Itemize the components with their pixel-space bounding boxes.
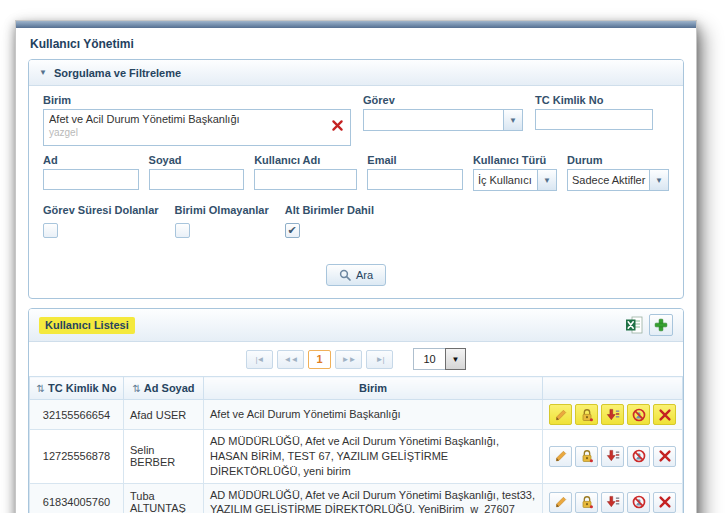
birimi-olmayan-checkbox[interactable]: ✔ [175,223,190,238]
assign-unit-icon [606,495,620,509]
delete-button[interactable] [653,492,676,513]
sort-icon[interactable]: ⇅ [132,383,140,394]
paginator-last-button[interactable]: ►| [366,350,393,369]
delete-button[interactable] [653,446,676,467]
birimi-olmayan-label: Birimi Olmayanlar [175,204,269,216]
assign-unit-icon [606,449,620,463]
soyad-label: Soyad [149,154,245,166]
kullanici-turu-dropdown[interactable]: İç Kullanıcı ▼ [473,169,557,191]
cell-actions [543,430,683,484]
roles-button[interactable] [575,404,598,425]
table-row[interactable]: 32155566654 Afad USER Afet ve Acil Durum… [30,400,683,430]
roles-button[interactable] [575,446,598,467]
gorev-label: Görev [363,94,523,106]
check-icon: ✔ [288,224,297,237]
cell-tc: 61834005760 [30,483,124,513]
cell-actions [543,400,683,430]
roles-lock-icon [580,495,594,509]
paginator-next-button[interactable]: ►► [335,350,362,369]
durum-value: Sadece Aktifler [568,170,649,190]
alt-birimler-checkbox[interactable]: ✔ [285,223,300,238]
roles-lock-icon [580,408,594,422]
search-button-label: Ara [356,269,373,281]
gorev-dropdown[interactable]: ▼ [363,109,523,131]
tc-kimlik-input[interactable] [535,109,653,130]
cell-tc: 12725556878 [30,430,124,484]
edit-button[interactable] [549,492,572,513]
ad-label: Ad [43,154,139,166]
cell-name: Selin BERBER [124,430,204,484]
roles-button[interactable] [575,492,598,513]
deactivate-block-icon [632,408,646,422]
column-header-name[interactable]: ⇅Ad Soyad [124,377,204,400]
page-title: Kullanıcı Yönetimi [16,28,696,59]
filter-panel-title: Sorgulama ve Filtreleme [54,67,181,79]
page-size-value: 10 [413,348,445,370]
excel-export-icon[interactable] [625,316,643,334]
plus-icon [654,318,668,332]
filter-panel-header[interactable]: ▼ Sorgulama ve Filtreleme [29,60,683,86]
search-button[interactable]: Ara [326,264,386,286]
user-table: ⇅TC Kimlik No ⇅Ad Soyad Birim 3215556665… [29,376,683,513]
durum-label: Durum [567,154,669,166]
cell-name: Tuba ALTUNTAŞ [124,483,204,513]
assign-unit-button[interactable] [601,492,624,513]
birimi-olmayan-checkbox-group: Birimi Olmayanlar ✔ [175,204,269,238]
paginator-page-1[interactable]: 1 [308,350,331,369]
kullanici-turu-value: İç Kullanıcı [474,170,537,190]
cell-birim: Afet ve Acil Durum Yönetimi Başkanlığı [204,400,543,430]
gorev-suresi-checkbox-group: Görev Süresi Dolanlar ✔ [43,204,159,238]
add-user-button[interactable] [649,314,673,336]
delete-x-icon [658,495,672,509]
gorev-suresi-checkbox[interactable]: ✔ [43,223,58,238]
cell-birim: AD MÜDÜRLÜĞÜ, Afet ve Acil Durum Yönetim… [204,483,543,513]
edit-pencil-icon [554,449,568,463]
gorev-value [364,110,503,130]
cell-birim: AD MÜDÜRLÜĞÜ, Afet ve Acil Durum Yönetim… [204,430,543,484]
email-input[interactable] [367,169,463,190]
chevron-down-icon[interactable]: ▼ [445,348,466,370]
column-header-actions [543,377,683,400]
email-label: Email [367,154,463,166]
kullanici-adi-field-group: Kullanıcı Adı [254,154,357,190]
search-icon [339,269,351,281]
paginator-prev-button[interactable]: ◄◄ [277,350,304,369]
table-row[interactable]: 12725556878 Selin BERBER AD MÜDÜRLÜĞÜ, A… [30,430,683,484]
ad-input[interactable] [43,169,139,190]
assign-unit-icon [606,408,620,422]
birim-field-group: Birim Afet ve Acil Durum Yönetimi Başkan… [43,94,351,146]
user-list-title: Kullanıcı Listesi [39,317,135,334]
column-header-tc[interactable]: ⇅TC Kimlik No [30,377,124,400]
edit-pencil-icon [554,408,568,422]
chevron-down-icon[interactable]: ▼ [503,110,522,130]
kullanici-turu-field-group: Kullanıcı Türü İç Kullanıcı ▼ [473,154,557,191]
birim-clear-icon[interactable] [331,119,344,132]
assign-unit-button[interactable] [601,404,624,425]
birim-picker-field[interactable]: Afet ve Acil Durum Yönetimi Başkanlığı y… [43,109,351,146]
edit-button[interactable] [549,404,572,425]
deactivate-button[interactable] [627,404,650,425]
alt-birimler-checkbox-group: Alt Birimler Dahil ✔ [285,204,374,238]
tc-kimlik-label: TC Kimlik No [535,94,653,106]
delete-x-icon [658,408,672,422]
cell-actions [543,483,683,513]
user-list-header: Kullanıcı Listesi [29,309,683,342]
chevron-down-icon[interactable]: ▼ [537,170,556,190]
edit-button[interactable] [549,446,572,467]
chevron-down-icon[interactable]: ▼ [649,170,668,190]
paginator-first-button[interactable]: |◄ [246,350,273,369]
gorev-suresi-label: Görev Süresi Dolanlar [43,204,159,216]
deactivate-button[interactable] [627,492,650,513]
collapse-arrow-icon[interactable]: ▼ [39,68,47,77]
gorev-field-group: Görev ▼ [363,94,523,131]
sort-icon[interactable]: ⇅ [37,383,45,394]
delete-button[interactable] [653,404,676,425]
soyad-input[interactable] [149,169,245,190]
table-row[interactable]: 61834005760 Tuba ALTUNTAŞ AD MÜDÜRLÜĞÜ, … [30,483,683,513]
durum-dropdown[interactable]: Sadece Aktifler ▼ [567,169,669,191]
assign-unit-button[interactable] [601,446,624,467]
edit-pencil-icon [554,495,568,509]
kullanici-adi-input[interactable] [254,169,357,190]
deactivate-button[interactable] [627,446,650,467]
page-size-dropdown[interactable]: 10 ▼ [413,348,466,370]
